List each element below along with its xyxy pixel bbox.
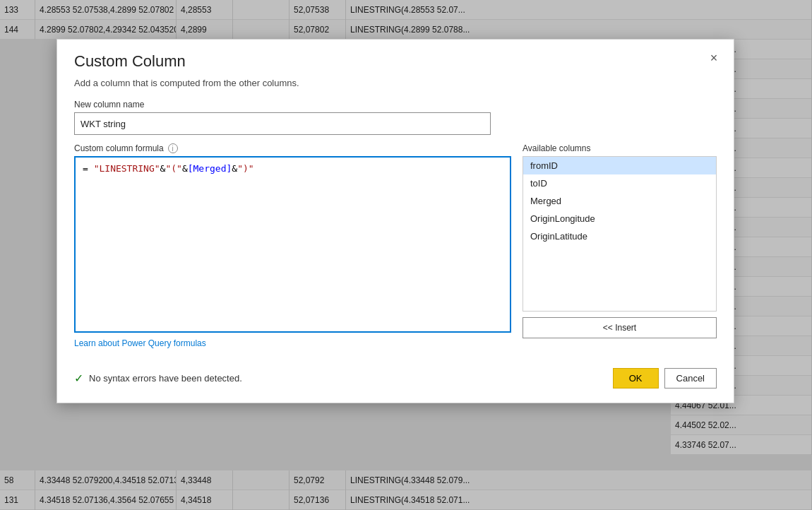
formula-editor[interactable]: = "LINESTRING"&"("&[Merged]&")" [74,156,511,333]
available-item-fromid[interactable]: fromID [523,157,716,174]
info-icon[interactable]: i [168,143,178,153]
available-item-originlongitude[interactable]: OriginLongitude [523,210,716,227]
status-text: No syntax errors have been detected. [89,373,242,384]
dialog-body: New column name Custom column formula i … [57,100,734,360]
column-name-input[interactable] [74,112,491,135]
available-item-merged[interactable]: Merged [523,192,716,210]
cancel-button[interactable]: Cancel [664,368,717,389]
close-button[interactable]: × [705,49,722,66]
dialog-title: Custom Column [74,52,717,71]
dialog-subtitle: Add a column that is computed from the o… [74,78,717,88]
available-columns-label: Available columns [523,143,717,153]
formula-label: Custom column formula i [74,143,511,153]
formula-area: Custom column formula i = "LINESTRING"&"… [74,143,511,348]
status-area: ✓ No syntax errors have been detected. [74,372,242,385]
formula-content: = "LINESTRING"&"("&[Merged]&")" [76,158,510,179]
available-columns-panel: Available columns fromID toID Merged Ori… [523,143,717,348]
action-buttons: OK Cancel [613,368,717,389]
ok-button[interactable]: OK [613,368,659,389]
available-item-originlatitude[interactable]: OriginLatitude [523,227,716,245]
dialog-footer: ✓ No syntax errors have been detected. O… [57,360,734,403]
available-item-toid[interactable]: toID [523,174,716,192]
insert-button[interactable]: << Insert [523,317,717,338]
available-columns-list: fromID toID Merged OriginLongitude Origi… [523,156,717,312]
formula-and-columns: Custom column formula i = "LINESTRING"&"… [74,143,717,348]
new-column-label: New column name [74,100,717,109]
check-icon: ✓ [74,372,83,385]
custom-column-dialog: Custom Column Add a column that is compu… [56,39,734,403]
learn-link[interactable]: Learn about Power Query formulas [74,338,511,348]
dialog-header: Custom Column Add a column that is compu… [57,40,734,88]
